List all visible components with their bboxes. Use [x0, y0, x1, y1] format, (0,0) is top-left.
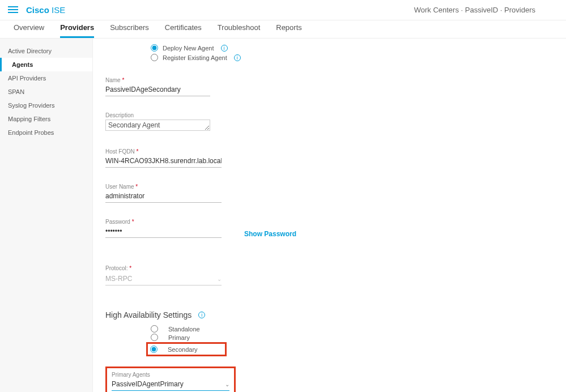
field-password: Password: [105, 219, 222, 238]
primary-agents-value: PassiveIDAgentPrimary: [112, 380, 184, 388]
radio-deploy-new[interactable]: Deploy New Agent i: [151, 44, 560, 52]
tab-certificates[interactable]: Certificates: [165, 19, 202, 38]
brand-strong: Cisco: [26, 5, 49, 15]
primary-agents-highlight: Primary Agents PassiveIDAgentPrimary ⌄: [105, 367, 236, 392]
host-label: Host FQDN: [105, 148, 222, 155]
ha-secondary-label: Secondary: [168, 346, 220, 353]
info-icon[interactable]: i: [198, 312, 205, 318]
ha-radio-secondary-highlight: Secondary: [146, 342, 560, 356]
name-label: Name: [105, 77, 210, 83]
desc-input[interactable]: [105, 120, 210, 131]
info-icon[interactable]: i: [234, 54, 241, 61]
name-input[interactable]: [105, 84, 210, 96]
ha-radio-secondary-input[interactable]: [150, 346, 158, 353]
sidebar-item-mapping-filters[interactable]: Mapping Filters: [0, 112, 92, 126]
chevron-down-icon: ⌄: [217, 276, 222, 282]
ha-radio-secondary[interactable]: Secondary: [146, 342, 227, 356]
radio-deploy-new-label: Deploy New Agent: [163, 45, 214, 52]
chevron-down-icon: ⌄: [225, 381, 229, 387]
sidebar-item-syslog-providers[interactable]: Syslog Providers: [0, 99, 92, 112]
ha-radio-standalone[interactable]: Standalone: [151, 325, 560, 333]
user-label: User Name: [105, 184, 222, 190]
sidebar-item-active-directory[interactable]: Active Directory: [0, 44, 92, 58]
ha-radio-primary-input[interactable]: [151, 334, 158, 341]
pwd-label: Password: [105, 219, 222, 225]
ha-radio-standalone-input[interactable]: [151, 325, 158, 333]
ha-title-text: High Availability Settings: [105, 310, 191, 319]
host-input[interactable]: [105, 156, 222, 168]
ha-primary-label: Primary: [168, 334, 190, 341]
field-name: Name: [105, 77, 210, 96]
radio-register-existing[interactable]: Register Existing Agent i: [151, 54, 560, 61]
info-icon[interactable]: i: [221, 45, 228, 52]
radio-register-existing-input[interactable]: [151, 54, 158, 61]
field-description: Description: [105, 112, 210, 133]
brand-logo: Cisco ISE: [26, 5, 65, 15]
proto-value: MS-RPC: [105, 275, 132, 283]
tab-subscribers[interactable]: Subscribers: [110, 19, 149, 38]
agent-form: Deploy New Agent i Register Existing Age…: [105, 44, 560, 392]
tab-reports[interactable]: Reports: [276, 19, 302, 38]
radio-register-existing-label: Register Existing Agent: [163, 54, 227, 61]
primary-agents-label: Primary Agents: [112, 372, 229, 378]
sidebar-item-api-providers[interactable]: API Providers: [0, 71, 92, 85]
field-host: Host FQDN: [105, 148, 222, 168]
content: Deploy New Agent i Register Existing Age…: [93, 39, 566, 392]
tab-overview[interactable]: Overview: [14, 19, 44, 38]
ha-radio-primary[interactable]: Primary: [151, 334, 560, 341]
breadcrumb: Work Centers · PassiveID · Providers: [414, 6, 558, 14]
proto-select[interactable]: MS-RPC ⌄: [105, 272, 222, 286]
tab-troubleshoot[interactable]: Troubleshoot: [218, 19, 260, 38]
brand-light: ISE: [49, 5, 65, 15]
user-input[interactable]: [105, 191, 222, 203]
top-bar: Cisco ISE Work Centers · PassiveID · Pro…: [0, 0, 566, 20]
sidebar-item-span[interactable]: SPAN: [0, 85, 92, 99]
radio-deploy-new-input[interactable]: [151, 44, 158, 52]
pwd-input[interactable]: [105, 226, 222, 238]
main-tabs: Overview Providers Subscribers Certifica…: [0, 20, 566, 39]
proto-label: Protocol:: [105, 265, 222, 271]
body: Active Directory Agents API Providers SP…: [0, 39, 566, 392]
show-password-link[interactable]: Show Password: [244, 230, 296, 238]
primary-agents-select[interactable]: PassiveIDAgentPrimary ⌄: [112, 379, 229, 391]
tab-providers[interactable]: Providers: [60, 19, 94, 38]
desc-label: Description: [105, 112, 210, 118]
field-protocol: Protocol: MS-RPC ⌄: [105, 265, 222, 286]
sidebar-item-agents[interactable]: Agents: [0, 58, 92, 71]
sidebar: Active Directory Agents API Providers SP…: [0, 39, 93, 392]
sidebar-item-endpoint-probes[interactable]: Endpoint Probes: [0, 126, 92, 139]
password-row: Password Show Password: [105, 203, 560, 238]
field-user: User Name: [105, 184, 222, 203]
ha-title: High Availability Settings i: [105, 310, 560, 319]
ha-standalone-label: Standalone: [168, 326, 200, 333]
menu-icon[interactable]: [8, 6, 18, 14]
